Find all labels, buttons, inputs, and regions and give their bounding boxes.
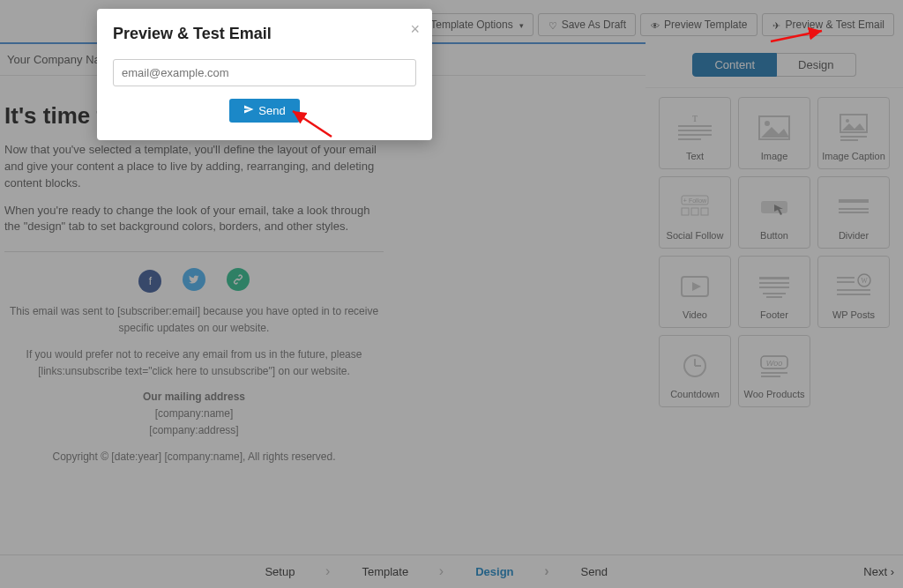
preview-test-modal: × Preview & Test Email Send [97, 9, 432, 140]
test-email-input[interactable] [113, 59, 416, 86]
close-icon[interactable]: × [410, 21, 420, 37]
modal-title: Preview & Test Email [113, 25, 416, 43]
send-label: Send [258, 104, 285, 117]
paper-plane-icon [243, 104, 254, 117]
send-button[interactable]: Send [229, 99, 299, 123]
